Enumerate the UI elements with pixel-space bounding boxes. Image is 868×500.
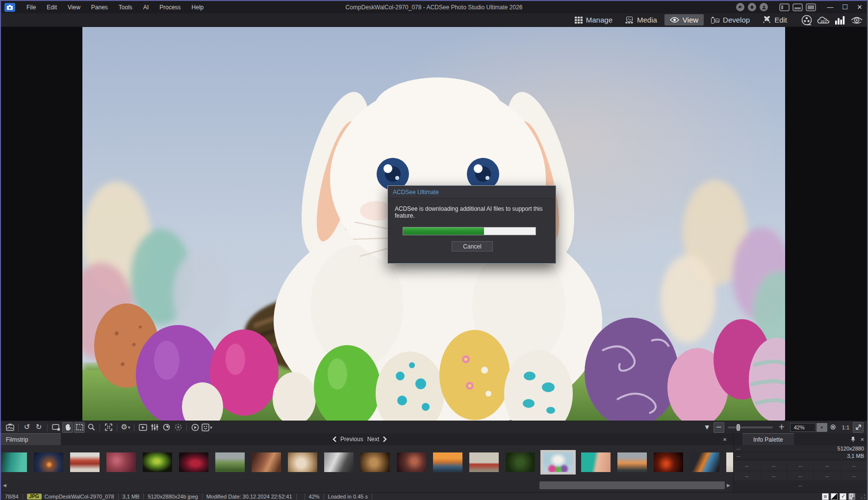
rotate-left-icon[interactable]: ↺ xyxy=(22,422,32,433)
thumbnail-item[interactable] xyxy=(323,451,355,474)
rotate-right-icon[interactable]: ↻ xyxy=(33,422,44,433)
announcements-icon[interactable] xyxy=(736,3,744,11)
menu-item[interactable]: Edit xyxy=(41,2,62,13)
layout-left-pane-button[interactable] xyxy=(779,3,790,11)
zoom-slider-thumb[interactable] xyxy=(737,424,740,431)
thumbnail-image[interactable] xyxy=(360,452,390,472)
thumbnail-item[interactable] xyxy=(69,451,101,474)
maximize-button[interactable]: ☐ xyxy=(838,1,852,13)
thumbnail-image[interactable] xyxy=(34,452,63,472)
thumbnail-item[interactable] xyxy=(652,451,685,474)
cancel-button[interactable]: Cancel xyxy=(452,241,493,251)
thumbnail-item[interactable] xyxy=(580,451,612,474)
fit-to-window-icon[interactable] xyxy=(853,422,864,433)
thumbnail-item[interactable] xyxy=(432,451,464,474)
tab-view[interactable]: View xyxy=(664,14,704,25)
display-properties-icon[interactable] xyxy=(51,422,61,433)
pan-tool-icon[interactable] xyxy=(62,422,73,433)
zoom-out-button[interactable]: − xyxy=(714,422,724,433)
thumbnail-item[interactable] xyxy=(32,451,65,474)
menu-item[interactable]: Help xyxy=(186,2,209,13)
filmstrip-scrollbar[interactable]: ◀ ▶ xyxy=(1,479,733,492)
notifications-bell-icon[interactable] xyxy=(748,3,756,11)
thumbnail-image[interactable] xyxy=(143,452,172,472)
thumbnail-item[interactable] xyxy=(214,451,246,474)
thumbnail-image[interactable] xyxy=(543,452,573,472)
zoom-lock-icon[interactable]: ⊗ xyxy=(828,422,839,433)
thumbnail-item[interactable] xyxy=(395,451,428,474)
filmstrip-tab[interactable]: Filmstrip xyxy=(1,433,61,445)
confirm-icon[interactable]: ✓ xyxy=(840,493,846,500)
zoom-in-button[interactable]: + xyxy=(776,422,787,433)
thumbnail-image[interactable] xyxy=(179,452,208,472)
pin-icon[interactable] xyxy=(851,436,855,442)
minimize-button[interactable]: — xyxy=(823,1,838,13)
menu-item[interactable]: AI xyxy=(138,2,154,13)
thumbnail-item[interactable] xyxy=(468,451,500,474)
scroll-left-arrow[interactable]: ◀ xyxy=(3,483,6,488)
account-icon[interactable] xyxy=(760,3,768,11)
thumbnail-image[interactable] xyxy=(288,452,317,472)
next-button[interactable]: Next xyxy=(367,436,380,443)
scrollbar-thumb[interactable] xyxy=(539,481,725,489)
zoom-slider[interactable] xyxy=(728,426,773,428)
file-settings-icon[interactable] xyxy=(848,493,855,500)
dashboard-chart-icon[interactable] xyxy=(835,15,845,25)
external-editor-icon[interactable] xyxy=(4,422,15,433)
cloud-365-icon[interactable]: 365 xyxy=(817,15,830,25)
select-tool-icon[interactable] xyxy=(74,422,85,433)
auto-advance-icon[interactable] xyxy=(173,422,183,433)
image-viewer[interactable]: ACDSee Ultimate ACDSee is downloading ad… xyxy=(1,27,867,421)
actual-size-label[interactable]: 1:1 xyxy=(842,425,849,430)
fit-image-icon[interactable] xyxy=(103,422,114,433)
menu-item[interactable]: Process xyxy=(154,2,186,13)
slideshow-icon[interactable] xyxy=(137,422,148,433)
thumbnail-image[interactable] xyxy=(324,452,354,472)
preview-mode-icon[interactable] xyxy=(822,493,829,500)
timer-icon[interactable] xyxy=(161,422,172,433)
thumbnail-image[interactable] xyxy=(506,452,535,472)
play-slideshow-icon[interactable] xyxy=(190,422,201,433)
thumbnail-image[interactable] xyxy=(397,452,426,472)
menu-item[interactable]: Panes xyxy=(86,2,113,13)
next-chevron-icon[interactable] xyxy=(383,436,387,442)
thumbnail-image[interactable] xyxy=(654,452,683,472)
adjustments-sliders-icon[interactable] xyxy=(149,422,160,433)
thumbnail-item[interactable] xyxy=(725,451,733,474)
zoom-tool-icon[interactable] xyxy=(86,422,97,433)
thumbnail-image[interactable] xyxy=(252,452,281,472)
previous-chevron-icon[interactable] xyxy=(332,436,336,442)
thumbnail-item[interactable] xyxy=(286,451,319,474)
quick-view-eye-icon[interactable] xyxy=(850,16,863,25)
menu-item[interactable]: Tools xyxy=(113,2,138,13)
thumbnail-item[interactable] xyxy=(540,450,576,475)
thumbnail-item[interactable] xyxy=(141,451,174,474)
zoom-level-input[interactable]: 42% xyxy=(790,423,816,432)
tab-develop[interactable]: Develop xyxy=(706,14,755,25)
resize-grip[interactable] xyxy=(860,494,866,500)
filmstrip-close-icon[interactable]: × xyxy=(720,436,729,443)
thumbnail-item[interactable] xyxy=(689,451,721,474)
tab-manage[interactable]: Manage xyxy=(569,14,618,25)
thumbnail-item[interactable] xyxy=(616,451,648,474)
info-palette-tab[interactable]: Info Palette xyxy=(742,433,794,445)
media-reel-icon[interactable] xyxy=(801,15,812,25)
previous-button[interactable]: Previous xyxy=(340,436,363,443)
auto-filters-icon[interactable]: ⚙▾ xyxy=(120,422,131,433)
thumbnail-item[interactable] xyxy=(105,451,137,474)
thumbnail-image[interactable] xyxy=(215,452,245,472)
thumbnail-image[interactable] xyxy=(581,452,611,472)
thumbnail-image[interactable] xyxy=(70,452,100,472)
collapse-filmstrip-icon[interactable]: ▼ xyxy=(702,422,713,433)
thumbnail-image[interactable] xyxy=(433,452,462,472)
thumbnail-item[interactable] xyxy=(2,451,28,474)
menu-item[interactable]: View xyxy=(62,2,86,13)
thumbnail-image[interactable] xyxy=(726,452,733,472)
thumbnail-item[interactable] xyxy=(359,451,391,474)
thumbnail-item[interactable] xyxy=(250,451,282,474)
scroll-right-arrow[interactable]: ▶ xyxy=(727,483,730,488)
close-button[interactable]: ✕ xyxy=(852,1,867,13)
thumbnail-image[interactable] xyxy=(617,452,647,472)
thumbnail-item[interactable] xyxy=(504,451,536,474)
thumbnail-item[interactable] xyxy=(178,451,210,474)
